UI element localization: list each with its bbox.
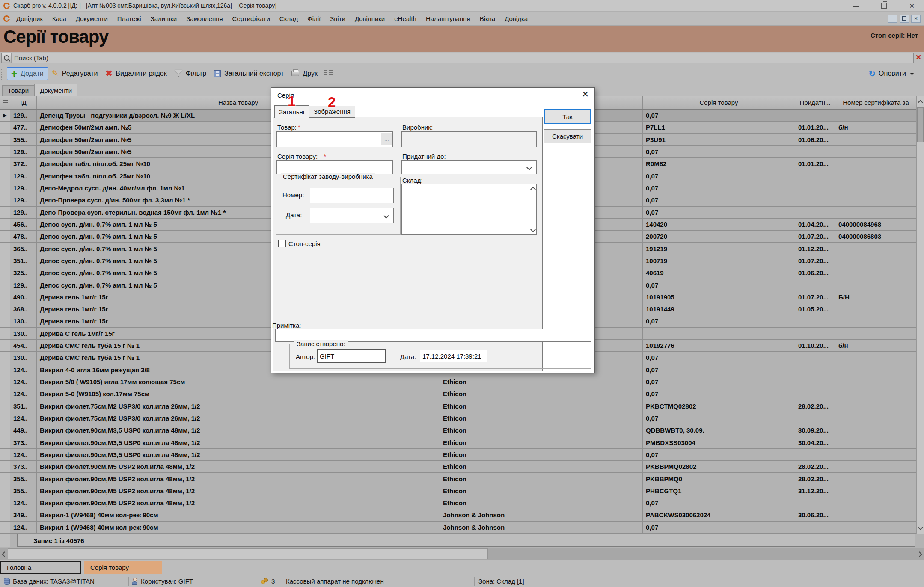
- cell-expiry: [795, 364, 835, 376]
- row-marker-cell: [0, 219, 10, 230]
- table-row[interactable]: 449.. Викрил фиолет.90см,М3,5 USP0 кол.и…: [0, 424, 916, 436]
- cell-id: 449..: [10, 424, 37, 436]
- delete-row-button[interactable]: ✖ Видалити рядок: [101, 68, 170, 80]
- scroll-left-icon[interactable]: [0, 548, 8, 560]
- tab-documents[interactable]: Документи: [34, 84, 77, 96]
- column-header-certificate[interactable]: Номер сертифіката за: [835, 96, 916, 109]
- horizontal-scrollbar-thumb[interactable]: [8, 548, 488, 559]
- status-database: База даних: TASA3@TITAN: [4, 575, 95, 587]
- row-marker-cell: [0, 388, 10, 400]
- menu-item[interactable]: Замовлення: [181, 15, 227, 22]
- cell-serial: 191219: [643, 243, 795, 254]
- menu-item[interactable]: Філії: [303, 15, 325, 22]
- table-row[interactable]: 373.. Викрил фиолет.90см,М3,5 USP0 кол.и…: [0, 436, 916, 448]
- tab-products[interactable]: Товари: [2, 85, 34, 96]
- mdi-minimize-button[interactable]: ▁: [888, 15, 897, 23]
- edit-button[interactable]: ✎ Редагувати: [48, 68, 102, 80]
- minimize-button[interactable]: —: [853, 3, 859, 9]
- menu-item[interactable]: Залишки: [146, 15, 182, 22]
- cert-date-combo[interactable]: [310, 208, 394, 223]
- scroll-down-icon[interactable]: [530, 227, 536, 232]
- scroll-right-icon[interactable]: [916, 548, 924, 560]
- row-marker-header[interactable]: [0, 96, 10, 109]
- restore-button[interactable]: [881, 3, 887, 9]
- menu-item[interactable]: Платежі: [113, 15, 146, 22]
- chevron-down-icon[interactable]: [384, 213, 388, 221]
- cell-certificate: [835, 436, 916, 448]
- table-row[interactable]: 355.. Викрил фиолет.90см,М5 USP2 кол.игл…: [0, 485, 916, 497]
- mdi-close-button[interactable]: ✕: [911, 15, 921, 23]
- coins-icon: [261, 578, 268, 584]
- table-row[interactable]: 351.. Викрил фиолет.75см,М2 USP3/0 кол.и…: [0, 400, 916, 412]
- search-field[interactable]: [1, 53, 914, 63]
- add-button[interactable]: + Додати: [7, 67, 48, 80]
- created-date-input[interactable]: 17.12.2024 17:39:21: [420, 350, 487, 362]
- export-button[interactable]: Загальний експорт: [210, 68, 288, 80]
- window-controls: — ✕: [853, 3, 924, 9]
- cert-number-input[interactable]: [310, 188, 394, 203]
- chevron-down-icon[interactable]: [527, 165, 531, 172]
- table-row[interactable]: 373.. Викрил фиолет.90см,М5 USP2 кол.игл…: [0, 461, 916, 473]
- column-header-expiry[interactable]: Придатн...: [795, 96, 835, 109]
- menu-item[interactable]: Сертифікати: [228, 15, 275, 22]
- dialog-close-icon[interactable]: ✕: [582, 90, 589, 98]
- table-row[interactable]: 124.. Викрил 5/0 ( W9105) игла 17мм колю…: [0, 376, 916, 388]
- cell-certificate: [835, 303, 916, 315]
- filter-button[interactable]: Фільтр: [171, 68, 210, 80]
- product-lookup-button[interactable]: ...: [381, 133, 392, 145]
- cancel-button[interactable]: Скасувати: [544, 129, 591, 143]
- record-created-group: Запис створено: Автор: GIFT Дата: 17.12.…: [289, 344, 591, 369]
- scroll-up-icon[interactable]: [530, 187, 536, 192]
- table-row[interactable]: 124.. Викрил фиолет.90см,М3,5 USP0 кол.и…: [0, 449, 916, 461]
- warehouse-textarea[interactable]: [401, 184, 537, 235]
- table-row[interactable]: 355.. Викрил фиолет.90см,М5 USP2 кол.игл…: [0, 473, 916, 485]
- row-marker-cell: [0, 400, 10, 412]
- print-button[interactable]: Друк: [288, 68, 321, 80]
- cell-expiry: 01.06.20...: [795, 134, 835, 145]
- menu-item[interactable]: Довідник: [12, 15, 48, 22]
- menu-item[interactable]: Каса: [48, 15, 71, 22]
- cell-name: Викрил фиолет.90см,М5 USP2 кол.игла 48мм…: [37, 473, 440, 484]
- table-row[interactable]: 124.. Викрил 5-0 (W9105) кол.17мм 75см E…: [0, 388, 916, 400]
- vertical-scrollbar[interactable]: [916, 96, 924, 534]
- cell-serial: 40619: [643, 267, 795, 279]
- scroll-up-icon[interactable]: [917, 96, 924, 107]
- horizontal-scrollbar[interactable]: [0, 548, 924, 560]
- scroll-down-icon[interactable]: [917, 522, 924, 534]
- close-button[interactable]: ✕: [909, 3, 915, 9]
- search-clear-icon[interactable]: ✕: [914, 53, 923, 62]
- valid-until-combo[interactable]: [401, 160, 537, 174]
- row-marker-cell: [0, 497, 10, 509]
- vertical-scrollbar-thumb[interactable]: [917, 107, 924, 142]
- column-header-id[interactable]: ІД: [10, 96, 37, 109]
- stop-series-checkbox[interactable]: [278, 240, 286, 247]
- textarea-scrollbar[interactable]: [529, 184, 536, 234]
- tab-home[interactable]: Головна: [0, 561, 81, 574]
- product-input[interactable]: [276, 131, 393, 147]
- table-row[interactable]: 124.. Викрил фиолет.75см,М2 USP3/0 кол.и…: [0, 412, 916, 424]
- table-row[interactable]: 124.. Викрил-1 (W9468) 40мм кол-реж 90см…: [0, 522, 916, 534]
- cell-expiry: [795, 522, 835, 533]
- search-input[interactable]: [12, 54, 913, 62]
- search-icon: [2, 53, 12, 63]
- mdi-restore-button[interactable]: [900, 15, 909, 23]
- tab-series[interactable]: Серія товару: [84, 561, 162, 574]
- menu-item[interactable]: Налаштування: [421, 15, 475, 22]
- menu-item[interactable]: Довідка: [500, 15, 532, 22]
- table-row[interactable]: 124.. Викрил фиолет.90см,М5 USP2 кол.игл…: [0, 497, 916, 509]
- table-row[interactable]: 349.. Викрил-1 (W9468) 40мм кол-реж 90см…: [0, 509, 916, 521]
- menu-item[interactable]: Довідники: [350, 15, 389, 22]
- refresh-button[interactable]: ↻ Оновити: [868, 70, 924, 77]
- cell-certificate: [835, 400, 916, 412]
- cell-certificate: [835, 194, 916, 206]
- ok-button[interactable]: Так: [544, 109, 591, 124]
- menu-item[interactable]: Документи: [71, 15, 113, 22]
- menu-item[interactable]: eHealth: [389, 15, 421, 22]
- menu-item[interactable]: Склад: [275, 15, 303, 22]
- menu-item[interactable]: Вікна: [475, 15, 500, 22]
- author-input[interactable]: GIFT: [317, 349, 386, 363]
- menu-item[interactable]: Звіти: [325, 15, 350, 22]
- column-header-serial[interactable]: Серія товару: [643, 96, 795, 109]
- serial-input[interactable]: [276, 160, 393, 174]
- columns-icon[interactable]: [324, 70, 333, 77]
